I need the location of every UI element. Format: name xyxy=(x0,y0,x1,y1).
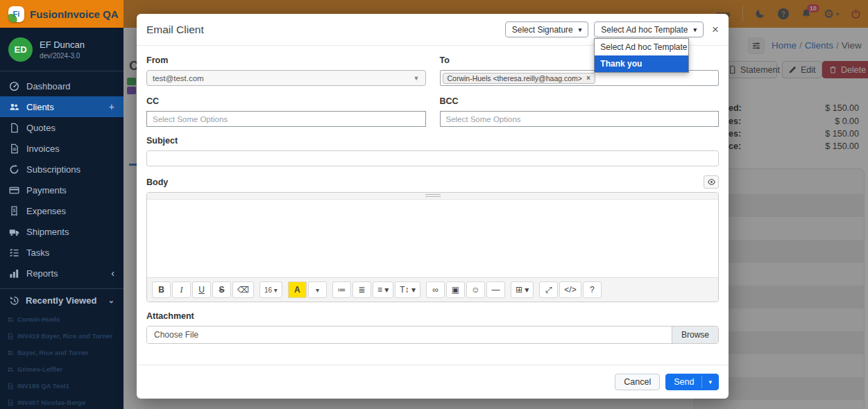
unordered-list-button[interactable]: ≔ xyxy=(332,281,351,298)
cancel-button[interactable]: Cancel xyxy=(615,374,660,390)
cc-label: CC xyxy=(146,96,426,106)
insert-picture-button[interactable]: ▣ xyxy=(446,281,465,298)
adhoc-template-select-value: Select Ad hoc Template xyxy=(601,25,688,35)
recent-item-label: Bayer, Rice and Turner xyxy=(17,349,89,356)
bar-chart-icon xyxy=(9,268,19,279)
recent-item-invoice[interactable]: INV407 Nicolas-Berge xyxy=(0,394,124,409)
invoice-icon xyxy=(7,383,14,390)
chevron-down-icon: ▾ xyxy=(694,26,697,33)
paragraph-align-button[interactable]: ≡ ▾ xyxy=(373,281,393,298)
template-option-default[interactable]: Select Ad hoc Template xyxy=(595,39,688,55)
editor-resize-handle[interactable] xyxy=(147,193,718,200)
sidebar-item-expenses[interactable]: $ Expenses xyxy=(0,200,124,221)
underline-button[interactable]: U xyxy=(192,281,211,298)
template-option-thank-you[interactable]: Thank you xyxy=(595,55,688,72)
clients-icon xyxy=(7,349,14,356)
chevron-down-icon: ⌄ xyxy=(108,296,114,305)
italic-button[interactable]: I xyxy=(172,281,191,298)
avatar: ED xyxy=(8,37,33,62)
subject-input[interactable] xyxy=(146,150,719,166)
sidebar-item-invoices[interactable]: Invoices xyxy=(0,138,124,159)
task-list-icon xyxy=(9,247,19,258)
sidebar-item-tasks[interactable]: Tasks xyxy=(0,242,124,263)
sidebar-item-label: Clients xyxy=(26,102,54,112)
signature-select[interactable]: Select Signature ▾ xyxy=(505,21,589,37)
sidebar-item-subscriptions[interactable]: Subscriptions xyxy=(0,159,124,180)
ordered-list-button[interactable]: ≣ xyxy=(352,281,371,298)
invoice-icon xyxy=(9,143,19,154)
recently-viewed-label: Recently Viewed xyxy=(26,295,96,306)
bold-button[interactable]: B xyxy=(152,281,171,298)
cc-input[interactable] xyxy=(146,111,426,127)
sidebar-item-payments[interactable]: Payments xyxy=(0,180,124,200)
insert-table-button[interactable]: ⊞ ▾ xyxy=(511,281,534,298)
from-select[interactable]: test@test.com ▼ xyxy=(146,70,426,86)
sidebar-item-quotes[interactable]: Quotes xyxy=(0,117,124,138)
recent-item-client[interactable]: Corwin-Huels xyxy=(0,311,124,327)
user-profile[interactable]: ED EF Duncan dev/2024-3.0 xyxy=(0,28,124,71)
insert-emoji-button[interactable]: ☺ xyxy=(466,281,485,298)
user-name: EF Duncan xyxy=(40,40,85,50)
sidebar-item-reports[interactable]: Reports ‹ xyxy=(0,263,124,284)
attachment-file-input[interactable]: Choose File Browse xyxy=(146,326,719,344)
app-version: dev/2024-3.0 xyxy=(40,52,85,60)
close-icon[interactable]: × xyxy=(712,24,719,35)
font-color-more-button[interactable]: ▾ xyxy=(308,281,327,298)
bcc-input[interactable] xyxy=(440,111,720,127)
quote-icon xyxy=(9,123,19,133)
body-label: Body xyxy=(146,177,168,187)
caret-down-icon: ▼ xyxy=(414,75,420,82)
clear-format-button[interactable]: ⌫ xyxy=(232,281,254,298)
browse-button[interactable]: Browse xyxy=(672,327,718,343)
recent-item-invoice[interactable]: INV186 QA Test1 xyxy=(0,377,124,394)
sidebar-item-label: Payments xyxy=(26,185,67,195)
recently-viewed-header[interactable]: Recently Viewed ⌄ xyxy=(0,289,124,311)
code-view-button[interactable]: </> xyxy=(559,281,581,298)
file-input-value: Choose File xyxy=(147,327,672,343)
template-dropdown: Select Ad hoc Template Thank you xyxy=(594,38,689,73)
recent-item-client[interactable]: Grimes-Leffler xyxy=(0,360,124,377)
font-size-button[interactable]: 16 ▾ xyxy=(259,281,282,298)
horizontal-rule-button[interactable]: — xyxy=(486,281,505,298)
attachment-label: Attachment xyxy=(146,311,719,321)
refresh-icon xyxy=(9,164,19,175)
insert-link-button[interactable]: ∞ xyxy=(426,281,445,298)
sidebar-item-label: Reports xyxy=(26,268,58,279)
fullscreen-button[interactable]: ⤢ xyxy=(539,281,558,298)
sidebar-item-label: Subscriptions xyxy=(26,164,80,175)
subject-label: Subject xyxy=(146,136,719,146)
strikethrough-button[interactable]: S xyxy=(212,281,231,298)
adhoc-template-select[interactable]: Select Ad hoc Template ▾ xyxy=(594,21,704,37)
sidebar-item-label: Shipments xyxy=(26,227,69,237)
truck-icon xyxy=(9,227,19,237)
help-button[interactable]: ? xyxy=(583,281,602,298)
add-client-button[interactable]: + xyxy=(109,101,114,112)
sidebar-item-dashboard[interactable]: Dashboard xyxy=(0,76,124,96)
line-height-button[interactable]: T↕ ▾ xyxy=(395,281,420,298)
body-editor: B I U S ⌫ 16 ▾ A ▾ ≔ ≣ xyxy=(146,192,719,302)
font-color-button[interactable]: A xyxy=(288,281,307,298)
send-options-caret[interactable]: ▾ xyxy=(701,376,718,388)
sidebar-item-label: Invoices xyxy=(26,143,60,154)
recent-item-client[interactable]: Bayer, Rice and Turner xyxy=(0,344,124,360)
sidebar-item-shipments[interactable]: Shipments xyxy=(0,221,124,242)
recent-item-label: INV186 QA Test1 xyxy=(17,382,69,390)
chevron-down-icon: ▾ xyxy=(579,26,582,33)
recent-item-label: Grimes-Leffler xyxy=(17,365,62,373)
bcc-label: BCC xyxy=(440,96,720,106)
history-icon xyxy=(9,295,19,306)
modal-title: Email Client xyxy=(146,24,505,36)
recipient-chip-label: Corwin-Huels <theresa.reilly@haag.com> xyxy=(448,74,583,82)
svg-text:$: $ xyxy=(13,207,16,212)
body-editarea[interactable] xyxy=(147,200,718,277)
editor-toolbar: B I U S ⌫ 16 ▾ A ▾ ≔ ≣ xyxy=(147,277,718,302)
preview-button[interactable] xyxy=(704,175,719,189)
email-client-modal: Email Client Select Signature ▾ Select A… xyxy=(137,14,729,399)
chevron-left-icon: ‹ xyxy=(111,268,114,279)
send-button[interactable]: Send ▾ xyxy=(665,374,719,390)
eye-icon xyxy=(707,177,716,186)
sidebar-item-clients[interactable]: Clients + xyxy=(0,96,124,117)
recent-item-invoice[interactable]: INV419 Bayer, Rice and Turner xyxy=(0,327,124,344)
modal-footer: Cancel Send ▾ xyxy=(137,365,729,399)
remove-recipient-icon[interactable]: × xyxy=(586,74,590,82)
